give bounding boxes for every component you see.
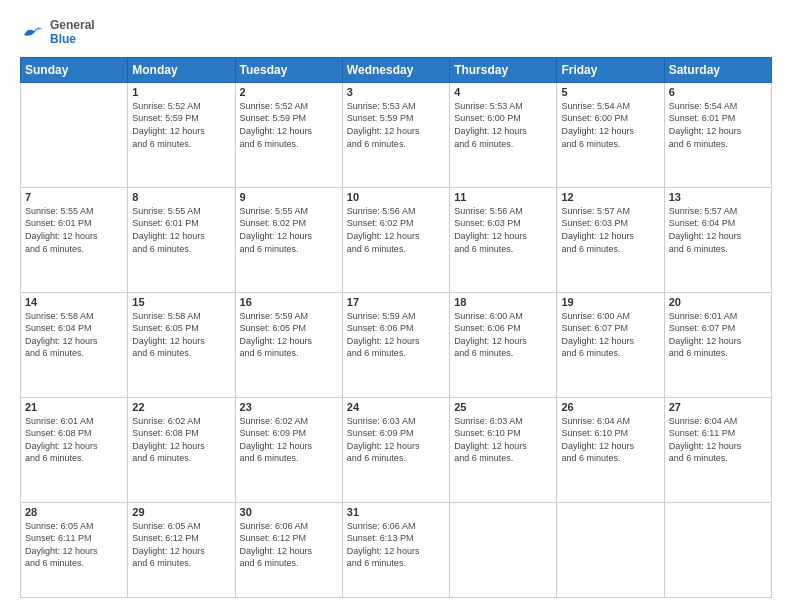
header: General Blue [20,18,772,47]
calendar-week-row: 14Sunrise: 5:58 AM Sunset: 6:04 PM Dayli… [21,292,772,397]
day-number: 4 [454,86,552,98]
day-number: 1 [132,86,230,98]
day-info: Sunrise: 5:56 AM Sunset: 6:03 PM Dayligh… [454,205,552,255]
day-info: Sunrise: 6:00 AM Sunset: 6:06 PM Dayligh… [454,310,552,360]
table-row: 27Sunrise: 6:04 AM Sunset: 6:11 PM Dayli… [664,397,771,502]
table-row: 19Sunrise: 6:00 AM Sunset: 6:07 PM Dayli… [557,292,664,397]
table-row: 11Sunrise: 5:56 AM Sunset: 6:03 PM Dayli… [450,187,557,292]
table-row: 17Sunrise: 5:59 AM Sunset: 6:06 PM Dayli… [342,292,449,397]
day-number: 17 [347,296,445,308]
day-number: 9 [240,191,338,203]
table-row: 18Sunrise: 6:00 AM Sunset: 6:06 PM Dayli… [450,292,557,397]
day-info: Sunrise: 5:55 AM Sunset: 6:01 PM Dayligh… [132,205,230,255]
table-row: 7Sunrise: 5:55 AM Sunset: 6:01 PM Daylig… [21,187,128,292]
calendar-week-row: 7Sunrise: 5:55 AM Sunset: 6:01 PM Daylig… [21,187,772,292]
day-info: Sunrise: 5:56 AM Sunset: 6:02 PM Dayligh… [347,205,445,255]
calendar-week-row: 28Sunrise: 6:05 AM Sunset: 6:11 PM Dayli… [21,502,772,597]
table-row: 21Sunrise: 6:01 AM Sunset: 6:08 PM Dayli… [21,397,128,502]
table-row [664,502,771,597]
table-row: 22Sunrise: 6:02 AM Sunset: 6:08 PM Dayli… [128,397,235,502]
day-info: Sunrise: 6:02 AM Sunset: 6:09 PM Dayligh… [240,415,338,465]
col-monday: Monday [128,57,235,82]
day-info: Sunrise: 5:54 AM Sunset: 6:00 PM Dayligh… [561,100,659,150]
day-info: Sunrise: 6:01 AM Sunset: 6:07 PM Dayligh… [669,310,767,360]
table-row: 25Sunrise: 6:03 AM Sunset: 6:10 PM Dayli… [450,397,557,502]
day-info: Sunrise: 5:59 AM Sunset: 6:05 PM Dayligh… [240,310,338,360]
day-info: Sunrise: 5:55 AM Sunset: 6:01 PM Dayligh… [25,205,123,255]
day-number: 25 [454,401,552,413]
day-number: 24 [347,401,445,413]
day-number: 12 [561,191,659,203]
page: General Blue Sunday Monday Tuesday Wedne… [0,0,792,612]
table-row [557,502,664,597]
table-row: 4Sunrise: 5:53 AM Sunset: 6:00 PM Daylig… [450,82,557,187]
day-info: Sunrise: 6:06 AM Sunset: 6:13 PM Dayligh… [347,520,445,570]
day-info: Sunrise: 6:05 AM Sunset: 6:11 PM Dayligh… [25,520,123,570]
col-friday: Friday [557,57,664,82]
table-row: 31Sunrise: 6:06 AM Sunset: 6:13 PM Dayli… [342,502,449,597]
day-info: Sunrise: 6:01 AM Sunset: 6:08 PM Dayligh… [25,415,123,465]
day-number: 20 [669,296,767,308]
day-number: 7 [25,191,123,203]
day-info: Sunrise: 5:52 AM Sunset: 5:59 PM Dayligh… [240,100,338,150]
logo-bird-icon [20,21,42,43]
day-info: Sunrise: 6:02 AM Sunset: 6:08 PM Dayligh… [132,415,230,465]
table-row: 6Sunrise: 5:54 AM Sunset: 6:01 PM Daylig… [664,82,771,187]
day-number: 13 [669,191,767,203]
day-number: 3 [347,86,445,98]
day-number: 22 [132,401,230,413]
day-info: Sunrise: 6:03 AM Sunset: 6:10 PM Dayligh… [454,415,552,465]
logo-blue-text: Blue [50,32,95,46]
day-info: Sunrise: 5:57 AM Sunset: 6:04 PM Dayligh… [669,205,767,255]
table-row: 30Sunrise: 6:06 AM Sunset: 6:12 PM Dayli… [235,502,342,597]
calendar-header-row: Sunday Monday Tuesday Wednesday Thursday… [21,57,772,82]
table-row: 29Sunrise: 6:05 AM Sunset: 6:12 PM Dayli… [128,502,235,597]
table-row: 10Sunrise: 5:56 AM Sunset: 6:02 PM Dayli… [342,187,449,292]
calendar-week-row: 1Sunrise: 5:52 AM Sunset: 5:59 PM Daylig… [21,82,772,187]
day-number: 18 [454,296,552,308]
day-info: Sunrise: 6:00 AM Sunset: 6:07 PM Dayligh… [561,310,659,360]
day-info: Sunrise: 6:06 AM Sunset: 6:12 PM Dayligh… [240,520,338,570]
day-number: 15 [132,296,230,308]
table-row: 15Sunrise: 5:58 AM Sunset: 6:05 PM Dayli… [128,292,235,397]
day-info: Sunrise: 6:04 AM Sunset: 6:11 PM Dayligh… [669,415,767,465]
table-row: 9Sunrise: 5:55 AM Sunset: 6:02 PM Daylig… [235,187,342,292]
day-info: Sunrise: 6:05 AM Sunset: 6:12 PM Dayligh… [132,520,230,570]
day-info: Sunrise: 5:53 AM Sunset: 5:59 PM Dayligh… [347,100,445,150]
day-number: 28 [25,506,123,518]
col-thursday: Thursday [450,57,557,82]
day-number: 29 [132,506,230,518]
table-row: 2Sunrise: 5:52 AM Sunset: 5:59 PM Daylig… [235,82,342,187]
day-number: 27 [669,401,767,413]
calendar-week-row: 21Sunrise: 6:01 AM Sunset: 6:08 PM Dayli… [21,397,772,502]
table-row: 24Sunrise: 6:03 AM Sunset: 6:09 PM Dayli… [342,397,449,502]
day-info: Sunrise: 6:03 AM Sunset: 6:09 PM Dayligh… [347,415,445,465]
table-row: 3Sunrise: 5:53 AM Sunset: 5:59 PM Daylig… [342,82,449,187]
table-row: 28Sunrise: 6:05 AM Sunset: 6:11 PM Dayli… [21,502,128,597]
day-number: 6 [669,86,767,98]
table-row: 23Sunrise: 6:02 AM Sunset: 6:09 PM Dayli… [235,397,342,502]
day-info: Sunrise: 5:58 AM Sunset: 6:05 PM Dayligh… [132,310,230,360]
table-row: 1Sunrise: 5:52 AM Sunset: 5:59 PM Daylig… [128,82,235,187]
day-number: 21 [25,401,123,413]
day-number: 14 [25,296,123,308]
day-number: 26 [561,401,659,413]
logo: General Blue [20,18,95,47]
day-number: 30 [240,506,338,518]
table-row: 16Sunrise: 5:59 AM Sunset: 6:05 PM Dayli… [235,292,342,397]
table-row: 20Sunrise: 6:01 AM Sunset: 6:07 PM Dayli… [664,292,771,397]
day-info: Sunrise: 5:55 AM Sunset: 6:02 PM Dayligh… [240,205,338,255]
day-number: 31 [347,506,445,518]
day-number: 11 [454,191,552,203]
calendar-table: Sunday Monday Tuesday Wednesday Thursday… [20,57,772,598]
table-row [21,82,128,187]
day-info: Sunrise: 5:54 AM Sunset: 6:01 PM Dayligh… [669,100,767,150]
col-sunday: Sunday [21,57,128,82]
day-number: 23 [240,401,338,413]
logo-general-text: General [50,18,95,32]
day-number: 2 [240,86,338,98]
day-number: 10 [347,191,445,203]
table-row [450,502,557,597]
day-info: Sunrise: 5:53 AM Sunset: 6:00 PM Dayligh… [454,100,552,150]
day-info: Sunrise: 6:04 AM Sunset: 6:10 PM Dayligh… [561,415,659,465]
